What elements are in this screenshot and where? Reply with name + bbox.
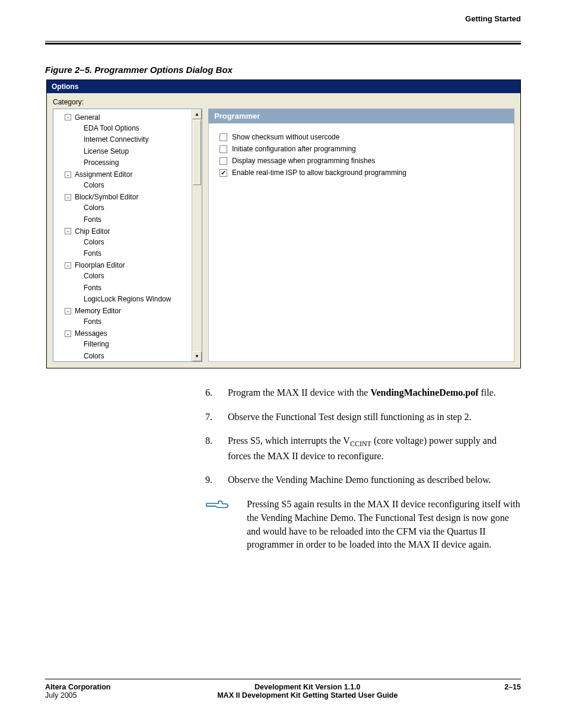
tree-label[interactable]: Fonts [84,248,101,259]
tree-leaf-icon [74,205,80,211]
checkbox[interactable] [220,133,227,141]
scroll-up-button[interactable]: ▲ [192,109,202,119]
step-text: file. [478,387,495,398]
tree-leaf-icon [74,216,80,222]
tree-label[interactable]: LogicLock Regions Window [84,294,171,304]
option-label: Display message when programming finishe… [232,157,375,165]
option-label: Show checksum without usercode [232,133,339,141]
tree-label[interactable]: EDA Tool Options [84,123,139,133]
tree-node[interactable]: -Block/Symbol EditorColorsFonts [65,192,202,226]
options-dialog: Options Category: -GeneralEDA Tool Optio… [46,80,521,368]
tree-leaf-icon [74,182,80,189]
tree-label[interactable]: General [75,112,100,123]
header-rule-thin [45,41,521,42]
tree-node[interactable]: -MessagesFilteringColors [65,328,202,360]
tree-node[interactable]: EDA Tool Options [72,123,202,135]
header-rule-thick [45,43,521,44]
tree-label[interactable]: Colors [84,202,104,213]
tree-label[interactable]: Fonts [84,316,101,327]
note-text: Pressing S5 again results in the MAX II … [247,498,521,552]
tree-collapse-icon[interactable]: - [65,330,71,337]
step-number: 8. [205,434,217,463]
footer-rule [45,679,521,679]
tree-leaf-icon [74,160,80,166]
tree-label[interactable]: Fonts [84,282,101,293]
option-row[interactable]: Show checksum without usercode [220,133,503,141]
step-7: 7. Observe the Functional Test design st… [205,411,521,424]
tree-leaf-icon [74,136,80,143]
step-bold: VendingMachineDemo.pof [370,387,478,398]
tree-node[interactable]: Fonts [72,282,202,294]
tree-leaf-icon [74,352,80,359]
tree-label[interactable]: License Setup [84,146,129,157]
tree-node[interactable]: Fonts [72,214,202,226]
step-text: Program the MAX II device with the [228,387,370,398]
page-footer: Altera Corporation July 2005 Development… [45,675,521,700]
tree-node[interactable]: Colors [72,180,202,192]
step-text: Observe the Functional Test design still… [228,411,472,424]
option-row[interactable]: Display message when programming finishe… [220,157,503,165]
checkbox[interactable] [220,157,227,165]
step-number: 9. [205,473,217,487]
tree-node[interactable]: -Chip EditorColorsFonts [65,225,202,260]
footer-date: July 2005 [45,691,110,700]
tree-collapse-icon[interactable]: - [65,114,71,120]
category-tree[interactable]: -GeneralEDA Tool OptionsInternet Connect… [53,109,202,362]
step-8: 8. Press S5, which interrupts the VCCINT… [205,434,521,463]
tree-label[interactable]: Internet Connectivity [84,134,148,145]
tree-node[interactable]: Fonts [72,316,202,328]
tree-node[interactable]: Processing [72,157,202,169]
tree-collapse-icon[interactable]: - [65,171,71,178]
tree-node[interactable]: Colors [72,351,202,360]
step-number: 7. [205,411,217,424]
tree-label[interactable]: Block/Symbol Editor [75,192,138,202]
option-row[interactable]: ✓Enable real-time ISP to allow backgroun… [220,169,503,177]
tree-label[interactable]: Assignment Editor [75,169,132,180]
category-label: Category: [47,93,520,106]
option-row[interactable]: Initiate configuration after programming [220,145,503,153]
step-text: Press S5, which interrupts the V [228,435,350,446]
step-text: Observe the Vending Machine Demo functio… [228,473,491,487]
tree-scrollbar[interactable]: ▲ ▼ [192,109,202,361]
tree-label[interactable]: Processing [84,157,119,168]
tree-collapse-icon[interactable]: - [65,194,71,201]
step-6: 6. Program the MAX II device with the Ve… [205,386,521,400]
tree-leaf-icon [74,273,80,279]
tree-leaf-icon [74,284,80,291]
dialog-titlebar[interactable]: Options [47,80,520,93]
tree-node[interactable]: Filtering [72,339,202,351]
scroll-down-button[interactable]: ▼ [192,351,202,361]
checkbox[interactable]: ✓ [220,169,227,177]
option-label: Enable real-time ISP to allow background… [232,169,406,177]
tree-node[interactable]: -GeneralEDA Tool OptionsInternet Connect… [65,112,202,169]
scroll-thumb[interactable] [193,120,201,185]
tree-node[interactable]: Colors [72,237,202,249]
tree-node[interactable]: Fonts [72,248,202,260]
tree-node[interactable]: Internet Connectivity [72,134,202,146]
tree-node[interactable]: LogicLock Regions Window [72,294,202,306]
running-head: Getting Started [45,14,521,23]
tree-label[interactable]: Memory Editor [75,306,121,316]
tree-collapse-icon[interactable]: - [65,262,71,269]
note: Pressing S5 again results in the MAX II … [205,498,521,552]
tree-leaf-icon [74,239,80,245]
tree-node[interactable]: Colors [72,202,202,214]
tree-node[interactable]: -Memory EditorFonts [65,306,202,328]
tree-label[interactable]: Colors [84,271,104,281]
tree-node[interactable]: -Floorplan EditorColorsFontsLogicLock Re… [65,260,202,306]
tree-node[interactable]: License Setup [72,146,202,158]
tree-leaf-icon [74,341,80,348]
tree-label[interactable]: Filtering [84,339,109,349]
tree-label[interactable]: Floorplan Editor [75,260,125,271]
tree-label[interactable]: Chip Editor [75,226,110,237]
tree-label[interactable]: Colors [84,237,104,247]
tree-label[interactable]: Colors [84,351,104,360]
tree-collapse-icon[interactable]: - [65,308,71,314]
tree-node[interactable]: Colors [72,271,202,282]
tree-label[interactable]: Messages [75,328,107,339]
checkbox[interactable] [220,145,227,153]
tree-label[interactable]: Fonts [84,214,101,225]
tree-collapse-icon[interactable]: - [65,228,71,234]
tree-node[interactable]: -Assignment EditorColors [65,169,202,192]
tree-label[interactable]: Colors [84,180,104,190]
